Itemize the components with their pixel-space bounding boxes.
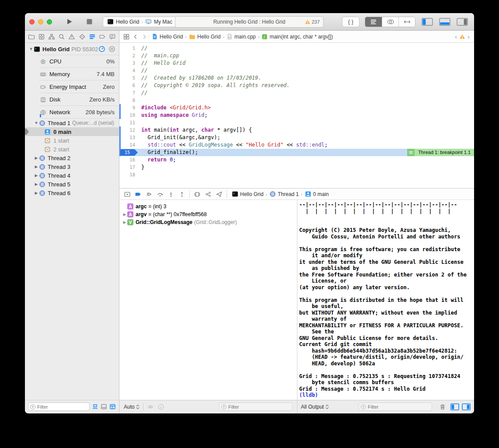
jumpbar-crumb-1[interactable]: Hello Grid (189, 34, 220, 40)
zoom-window-button[interactable] (47, 19, 52, 24)
assistant-editor-button[interactable] (382, 17, 398, 27)
code-line-4[interactable]: 4// (119, 67, 474, 74)
gauge-row-network[interactable]: Network208 bytes/s (25, 106, 119, 119)
version-editor-button[interactable] (398, 17, 415, 27)
line-number[interactable]: 9 (119, 104, 135, 112)
console-view[interactable]: --|--|--|--|--|--|--|--|--|--|--|--|--|-… (297, 200, 474, 400)
disclosure-triangle-icon[interactable]: ▼ (34, 121, 39, 125)
filter-input[interactable] (219, 402, 293, 411)
lldb-prompt[interactable]: (lldb) (299, 392, 321, 398)
symbol-navigator-tab[interactable] (48, 32, 55, 41)
code-line-2[interactable]: 2// main.cpp (119, 52, 474, 60)
filter-input[interactable] (359, 402, 432, 411)
variable-row-argc[interactable]: Aargc= (int) 3 (119, 203, 297, 210)
scheme-selector[interactable]: Hello Grid › My Mac (103, 17, 177, 27)
disclosure-triangle-icon[interactable]: ▶ (34, 173, 39, 178)
line-number[interactable]: 2 (119, 52, 135, 60)
breakpoint-navigator-tab[interactable] (99, 32, 106, 41)
code-line-11[interactable]: 11 (119, 119, 474, 126)
hide-debug-area-button[interactable] (124, 191, 131, 198)
debug-crumb-1[interactable]: Thread 1 (269, 191, 299, 197)
line-number[interactable]: 5 (119, 74, 135, 82)
line-number[interactable]: 1 (119, 45, 135, 52)
code-line-13[interactable]: 13 Grid_init(&argc,&argv); (119, 134, 474, 141)
go-back-button[interactable] (133, 34, 139, 40)
code-line-17[interactable]: 17} (119, 164, 474, 171)
next-issue-button[interactable]: › (468, 33, 470, 40)
code-line-9[interactable]: 9#include <Grid/Grid.h> (119, 104, 474, 112)
memory-graph-button[interactable] (205, 191, 212, 198)
breakpoint-badge[interactable]: 15 (120, 149, 138, 156)
disclosure-triangle-icon[interactable]: ▶ (34, 156, 39, 160)
toggle-variables-view-button[interactable] (450, 403, 459, 410)
step-into-button[interactable] (167, 191, 174, 198)
simulate-location-button[interactable] (216, 191, 223, 198)
code-line-8[interactable]: 8 (119, 97, 474, 104)
line-number[interactable]: 10 (119, 112, 135, 119)
console-scope-popup[interactable]: All Output (301, 404, 329, 410)
line-number[interactable]: 17 (119, 164, 135, 171)
continue-button[interactable] (146, 191, 153, 198)
line-number[interactable]: 6 (119, 82, 135, 89)
line-number[interactable]: 7 (119, 89, 135, 97)
clear-console-button[interactable] (439, 403, 446, 410)
gauge-row-cpu[interactable]: CPU0% (25, 55, 119, 68)
quicklook-eye-icon[interactable] (147, 403, 154, 410)
disclosure-triangle-icon[interactable]: ▶ (122, 212, 127, 217)
line-number[interactable]: 16 (119, 156, 135, 164)
stop-button[interactable] (82, 16, 97, 28)
go-forward-button[interactable] (141, 34, 147, 40)
line-number[interactable]: 3 (119, 60, 135, 67)
line-number[interactable]: 12 (119, 126, 135, 134)
code-line-12[interactable]: 12int main(int argc, char * argv[]) { (119, 126, 474, 134)
debug-filter-toggle-b[interactable] (101, 403, 107, 410)
previous-issue-button[interactable]: ‹ (455, 33, 457, 40)
gauge-row-disk[interactable]: DiskZero KB/s (25, 93, 119, 106)
debug-filter-toggle-c[interactable] (109, 403, 116, 410)
memory-circle-icon[interactable] (108, 46, 115, 52)
toggle-debug-area-button[interactable] (438, 17, 451, 27)
code-line-16[interactable]: 16 return 0; (119, 156, 474, 164)
debug-filter-toggle-a[interactable] (92, 403, 98, 410)
toggle-console-view-button[interactable] (462, 403, 471, 410)
disclosure-triangle-icon[interactable]: ▶ (34, 182, 39, 186)
info-icon[interactable] (157, 403, 164, 410)
variable-row-grid-gridlogmessage[interactable]: ▶VGrid::GridLogMessage(Grid::GridLogger) (119, 218, 297, 226)
code-line-14[interactable]: 14 std::cout << GridLogMessage << "Hello… (119, 141, 474, 149)
view-hierarchy-button[interactable] (194, 191, 201, 198)
related-items-icon[interactable] (123, 33, 130, 40)
breakpoint-annotation[interactable]: Thread 1: breakpoint 1.1 (407, 149, 474, 156)
run-button[interactable] (62, 16, 77, 28)
toggle-navigator-button[interactable] (421, 17, 434, 27)
warning-badge[interactable]: 237 (305, 19, 320, 24)
thread-row-thread-2[interactable]: ▶Thread 2 (25, 154, 119, 162)
debug-crumb-0[interactable]: Hello Grid (232, 191, 263, 197)
line-number[interactable]: 4 (119, 67, 135, 74)
code-line-7[interactable]: 7// (119, 89, 474, 97)
standard-editor-button[interactable] (365, 17, 382, 27)
disclosure-triangle-icon[interactable]: ▶ (34, 191, 39, 195)
line-number[interactable]: 11 (119, 119, 135, 126)
variable-row-argv[interactable]: ▶Aargv= (char **) 0x7ffeefbff568 (119, 210, 297, 218)
debug-crumb-2[interactable]: 0 main (305, 191, 329, 197)
debug-navigator-tab[interactable] (89, 32, 96, 41)
issue-navigator-tab[interactable] (68, 32, 75, 41)
step-over-button[interactable] (157, 191, 164, 198)
gauge-row-memory[interactable]: Memory7.4 MB (25, 68, 119, 80)
stack-frame-0[interactable]: 0 main (25, 127, 119, 136)
thread-row-thread-5[interactable]: ▶Thread 5 (25, 180, 119, 189)
thread-row-thread-6[interactable]: ▶Thread 6 (25, 189, 119, 197)
jumpbar-crumb-2[interactable]: c+main.cpp (227, 33, 256, 40)
project-navigator-tab[interactable] (28, 32, 35, 41)
line-number[interactable]: 14 (119, 141, 135, 149)
disclosure-triangle-icon[interactable]: ▼ (28, 47, 34, 51)
thread-row-thread-1[interactable]: ▼Thread 1Queue:...d (serial) (25, 119, 119, 127)
thread-row-thread-4[interactable]: ▶Thread 4 (25, 171, 119, 180)
jumpbar-crumb-3[interactable]: fmain(int argc, char * argv[]) (262, 34, 333, 40)
thread-row-thread-3[interactable]: ▶Thread 3 (25, 162, 119, 171)
variables-scope-popup[interactable]: Auto (124, 404, 140, 410)
disclosure-triangle-icon[interactable]: ▶ (34, 164, 39, 169)
code-line-18[interactable]: 18 (119, 171, 474, 178)
report-navigator-tab[interactable] (109, 32, 116, 41)
jumpbar-crumb-0[interactable]: Hello Grid (152, 33, 183, 40)
